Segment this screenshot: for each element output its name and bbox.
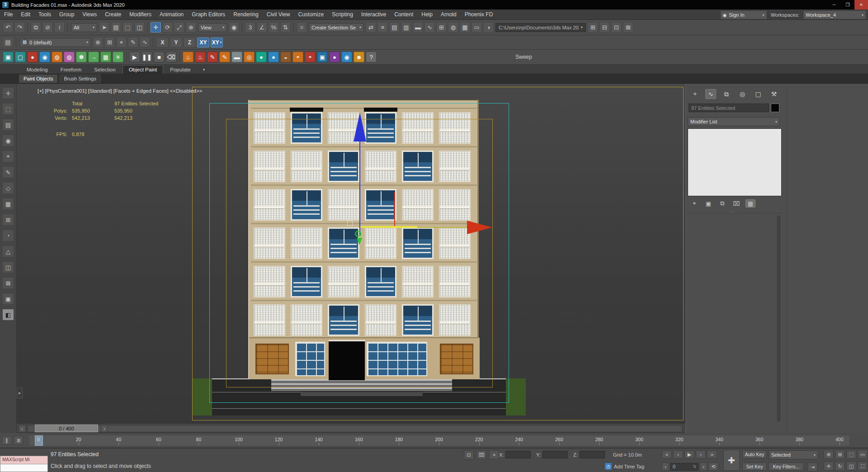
pin-stack-icon[interactable]: ⌖ bbox=[689, 199, 699, 208]
layer-properties-icon[interactable]: ∿ bbox=[140, 37, 150, 47]
select-by-name-icon[interactable]: ▤ bbox=[111, 22, 121, 33]
teal-sphere-icon[interactable]: ● bbox=[256, 52, 267, 62]
auto-key-button[interactable]: Auto Key bbox=[742, 450, 767, 458]
material-editor-icon[interactable]: ◍ bbox=[448, 22, 458, 33]
go-to-end-icon[interactable]: » bbox=[707, 450, 717, 458]
reset-frame-button[interactable]: ⟲ bbox=[708, 463, 718, 471]
axis-constraint-y-button[interactable]: Y bbox=[170, 38, 182, 47]
next-frame-button[interactable]: › bbox=[101, 425, 108, 432]
set-current-layer-icon[interactable]: ✎ bbox=[128, 37, 138, 47]
time-slider-track[interactable] bbox=[28, 425, 682, 432]
ribbon-tab-populate[interactable]: Populate bbox=[164, 66, 196, 74]
mirror-icon[interactable]: ⇄ bbox=[366, 22, 376, 33]
menu-graph-editors[interactable]: Graph Editors bbox=[188, 10, 229, 19]
scene-new-icon[interactable]: ⊞ bbox=[588, 22, 598, 33]
menu-modifiers[interactable]: Modifiers bbox=[125, 10, 156, 19]
toggle-scene-explorer-icon[interactable]: ▤ bbox=[389, 22, 400, 33]
maxscript-mini-listener[interactable]: MAXScript Mi bbox=[0, 456, 48, 472]
scene-save-icon[interactable]: ⊡ bbox=[611, 22, 622, 33]
hierarchy-icon[interactable]: ⧉ bbox=[721, 89, 732, 99]
edit-named-selection-sets-icon[interactable]: ⌗ bbox=[297, 22, 307, 33]
time-slider-handle[interactable]: 0 / 400 bbox=[35, 425, 98, 432]
purple-sphere-icon[interactable]: ● bbox=[329, 52, 340, 62]
layer-explorer-icon[interactable]: ▤ bbox=[3, 37, 13, 47]
ribbon-tab-modeling[interactable]: Modeling bbox=[21, 66, 54, 74]
viewport-layout-icon[interactable]: ◫ bbox=[846, 462, 856, 471]
close-button[interactable]: ✕ bbox=[854, 0, 868, 9]
rendered-frame-window-icon[interactable]: ▭ bbox=[472, 22, 482, 33]
set-key-button[interactable]: Set Key bbox=[742, 463, 767, 471]
select-objects-in-layer-icon[interactable]: ⌖ bbox=[116, 37, 127, 47]
left-sphere-icon[interactable]: ◉ bbox=[2, 135, 14, 146]
panel-grip-icon[interactable]: ⋯ bbox=[729, 209, 734, 215]
toggle-layer-explorer-icon[interactable]: ▥ bbox=[401, 22, 411, 33]
character-icon[interactable]: ☻ bbox=[354, 52, 364, 62]
tab-brush-settings[interactable]: Brush Settings bbox=[59, 75, 101, 83]
unlink-selection-icon[interactable]: ⊘ bbox=[42, 22, 53, 33]
redo-icon[interactable]: ↷ bbox=[14, 22, 25, 33]
left-pencil-icon[interactable]: ✎ bbox=[2, 166, 14, 178]
key-mode-dropdown[interactable]: Selected ▾ bbox=[769, 450, 818, 459]
previous-frame-button[interactable]: ‹ bbox=[19, 425, 26, 432]
y-coordinate-field[interactable] bbox=[542, 451, 568, 458]
plant-icon[interactable]: ✽ bbox=[76, 52, 87, 62]
left-window-icon[interactable]: ⊞ bbox=[2, 214, 14, 226]
select-and-place-icon[interactable]: ⊕ bbox=[186, 22, 196, 33]
viewport-label[interactable]: [+] [PhysCamera001] [Standard] [Facets +… bbox=[38, 88, 202, 94]
menu-edit[interactable]: Edit bbox=[17, 10, 34, 19]
panel-scrollbar[interactable] bbox=[777, 216, 780, 421]
selection-lock-icon[interactable]: ⌧ bbox=[476, 450, 486, 459]
render-setup-icon[interactable]: ▦ bbox=[460, 22, 470, 33]
blue-eye-icon[interactable]: ◉ bbox=[341, 52, 352, 62]
add-time-tag-button[interactable]: Add Time Tag bbox=[614, 464, 644, 469]
coffee-cup-icon[interactable]: ◒ bbox=[280, 52, 291, 62]
green-burst-icon[interactable]: ✳ bbox=[113, 52, 123, 62]
menu-help[interactable]: Help bbox=[417, 10, 437, 19]
orange-ring-icon[interactable]: ◍ bbox=[52, 52, 62, 62]
help-icon[interactable]: ? bbox=[366, 52, 377, 62]
stop-animation-icon[interactable]: ■ bbox=[154, 52, 165, 62]
menu-phoenix-fd[interactable]: Phoenix FD bbox=[461, 10, 497, 19]
modifier-list-dropdown[interactable]: Modifier List ▾ bbox=[688, 117, 780, 126]
spinner-updown-icon[interactable]: ⇅ bbox=[693, 464, 696, 469]
ribbon-tab-object-paint[interactable]: Object Paint bbox=[123, 65, 164, 74]
blue-sphere-icon[interactable]: ● bbox=[268, 52, 279, 62]
key-filters-button[interactable]: Key Filters... bbox=[769, 463, 804, 471]
angle-snap-toggle-icon[interactable]: ∠ bbox=[257, 22, 267, 33]
left-circle-icon[interactable]: ◔ bbox=[2, 230, 14, 241]
menu-scripting[interactable]: Scripting bbox=[328, 10, 357, 19]
tab-paint-objects[interactable]: Paint Objects bbox=[19, 75, 57, 83]
ribbon-tab-selection[interactable]: Selection bbox=[88, 66, 121, 74]
project-folder-field[interactable]: C:\Users\np\Documents\3ds Max 2020 ▾ bbox=[495, 23, 586, 32]
x-coordinate-field[interactable] bbox=[505, 451, 531, 458]
fire-effect-icon[interactable]: ♨ bbox=[183, 52, 193, 62]
no-proxy-icon[interactable]: ● bbox=[27, 52, 38, 62]
menu-animation[interactable]: Animation bbox=[156, 10, 188, 19]
object-color-swatch[interactable] bbox=[771, 104, 779, 112]
maximize-viewport-icon[interactable]: ⛶ bbox=[858, 462, 868, 471]
key-step-mode-icon[interactable]: ⇥ bbox=[807, 463, 817, 472]
ribbon-overflow-icon[interactable]: ▾ bbox=[200, 66, 208, 74]
previous-frame-icon[interactable]: ‹ bbox=[673, 450, 683, 458]
left-swatch-icon[interactable]: ▣ bbox=[2, 293, 14, 305]
left-select-icon[interactable]: ✛ bbox=[2, 87, 14, 99]
menu-civil-view[interactable]: Civil View bbox=[263, 10, 294, 19]
create-icon[interactable]: ＋ bbox=[689, 89, 700, 99]
left-diamond-icon[interactable]: ◇ bbox=[2, 182, 14, 194]
axis-constraint-xy-flyout-button[interactable]: XY▾ bbox=[211, 38, 223, 47]
use-pivot-point-center-icon[interactable]: ◉ bbox=[229, 22, 239, 33]
zoom-all-icon[interactable]: ⊞ bbox=[835, 450, 845, 459]
curve-editor-icon[interactable]: ∿ bbox=[425, 22, 435, 33]
ribbon-tab-freeform[interactable]: Freeform bbox=[55, 66, 88, 74]
schematic-view-icon[interactable]: ⊞ bbox=[436, 22, 447, 33]
pink-ring-icon[interactable]: ◍ bbox=[64, 52, 75, 62]
pause-animation-icon[interactable]: ❚❚ bbox=[142, 52, 152, 62]
add-selection-to-layer-icon[interactable]: ⊞ bbox=[104, 37, 115, 47]
play-animation-icon[interactable]: ▶ bbox=[129, 52, 140, 62]
zoom-region-icon[interactable]: ▭ bbox=[858, 450, 868, 459]
green-grid-icon[interactable]: ▦ bbox=[100, 52, 111, 62]
menu-views[interactable]: Views bbox=[78, 10, 101, 19]
expand-toolbar-arrow-icon[interactable]: ▸ bbox=[17, 387, 23, 398]
orbit-icon[interactable]: ↻ bbox=[835, 462, 845, 471]
axis-constraint-x-button[interactable]: X bbox=[156, 38, 169, 47]
